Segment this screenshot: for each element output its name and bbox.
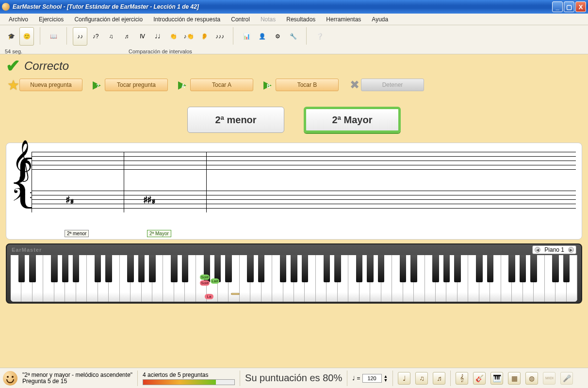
black-key[interactable]	[291, 255, 297, 282]
tool-chord-inv-icon[interactable]: ♬	[119, 27, 134, 46]
answer-a-button[interactable]: 2ª menor	[187, 107, 284, 133]
black-key[interactable]	[530, 255, 537, 282]
tool-help-icon[interactable]: ❔	[312, 27, 327, 46]
tempo-control[interactable]: ♩ = ▲▼	[352, 374, 388, 383]
tempo-stepper-icon[interactable]: ▲▼	[384, 374, 388, 382]
tool-rhythm-read-icon[interactable]: 👏	[166, 27, 180, 46]
tool-settings-icon[interactable]: ⚙	[270, 27, 285, 46]
preset-next-icon[interactable]: ▶	[568, 247, 574, 253]
black-key[interactable]	[247, 255, 253, 282]
tool-compare-intervals-icon[interactable]: ♪♪	[73, 27, 87, 46]
play-a-button[interactable]: Tocar A	[190, 79, 253, 91]
new-question-button[interactable]: Nueva pregunta	[19, 79, 82, 91]
black-key[interactable]	[29, 255, 35, 282]
black-key[interactable]	[95, 255, 101, 282]
maximize-button[interactable]: ▢	[564, 1, 574, 12]
tool-book-icon[interactable]: 📖	[46, 27, 61, 46]
staff-notes-b: ♯♯𝅗𝅗	[143, 194, 152, 206]
menu-introduccion[interactable]: Introducción de respuesta	[148, 15, 225, 24]
menu-configuracion[interactable]: Configuración del ejercicio	[69, 15, 147, 24]
black-key[interactable]	[520, 255, 526, 282]
tool-melody-dict-icon[interactable]: ♪♪♪	[212, 27, 227, 46]
tool-user-icon[interactable]: 👤	[255, 27, 269, 46]
input-mic-icon[interactable]: 🎤	[560, 372, 573, 385]
menu-archivo[interactable]: Archivo	[4, 15, 33, 24]
play-question-button[interactable]: Tocar pregunta	[105, 79, 168, 91]
black-key[interactable]	[324, 255, 330, 282]
minimize-button[interactable]: _	[552, 1, 563, 12]
menu-herramientas[interactable]: Herramientas	[321, 15, 366, 24]
menu-resultados[interactable]: Resultados	[281, 15, 320, 24]
tempo-input[interactable]	[362, 374, 382, 383]
black-key[interactable]	[171, 255, 177, 282]
black-key[interactable]	[105, 255, 112, 282]
black-key[interactable]	[443, 255, 450, 282]
tool-rhythm-dict-icon[interactable]: 👂	[197, 27, 212, 46]
black-key[interactable]	[62, 255, 68, 282]
black-key[interactable]	[378, 255, 384, 282]
tool-chord-icon[interactable]: ♫	[104, 27, 118, 46]
preset-prev-icon[interactable]: ◀	[535, 247, 540, 253]
black-key[interactable]	[127, 255, 133, 282]
black-key[interactable]	[367, 255, 373, 282]
black-key[interactable]	[280, 255, 286, 282]
input-piano-icon[interactable]: 🎹	[490, 372, 503, 385]
black-key[interactable]	[149, 255, 155, 282]
black-key[interactable]	[258, 255, 264, 282]
black-key[interactable]	[508, 255, 515, 282]
black-key[interactable]	[400, 255, 406, 282]
tool-stats-icon[interactable]: 📊	[239, 27, 254, 46]
key-marker: La#	[211, 278, 219, 284]
staff-label-b: 2ª Mayor	[147, 230, 171, 237]
black-key[interactable]	[225, 255, 231, 282]
input-midi-icon[interactable]: MIDI	[543, 372, 555, 385]
black-key[interactable]	[563, 255, 570, 282]
view-single-note-icon[interactable]: ♩	[398, 372, 410, 385]
black-key[interactable]	[356, 255, 362, 282]
status-bar: "2ª menor y mayor - melódico ascendente"…	[0, 368, 588, 388]
black-key[interactable]	[18, 255, 25, 282]
toolbar-mode-label: Comparación de intervalos	[129, 48, 192, 54]
black-key[interactable]	[334, 255, 341, 282]
input-staff-icon[interactable]: 𝄞	[456, 372, 468, 385]
input-buttons-icon[interactable]: ▦	[508, 372, 521, 385]
black-key[interactable]	[454, 255, 460, 282]
input-drum-icon[interactable]: ◍	[525, 372, 538, 385]
tempo-note-icon: ♩ =	[352, 375, 360, 382]
result-label: Correcto	[24, 59, 69, 73]
black-key[interactable]	[138, 255, 145, 282]
tool-face-icon[interactable]: 🙂	[19, 27, 34, 46]
tool-interval-id-icon[interactable]: ♪?	[88, 27, 103, 46]
black-key[interactable]	[476, 255, 482, 282]
staff-panel: { 𝄞 𝄢 ♯𝅗𝅗 ♯♯𝅗𝅗 2ª menor 2ª Mayor	[6, 143, 582, 240]
tool-tutor-icon[interactable]: 🎓	[4, 27, 18, 46]
menu-ejercicios[interactable]: Ejercicios	[34, 15, 68, 24]
menu-control[interactable]: Control	[226, 15, 255, 24]
preset-selector[interactable]: ◀ Piano 1 ▶	[532, 245, 576, 254]
black-key[interactable]	[552, 255, 558, 282]
close-button[interactable]: X	[575, 1, 586, 12]
piano-brand-label: EarMaster	[7, 244, 581, 255]
black-key[interactable]	[182, 255, 188, 282]
key-marker: Sol#	[200, 275, 210, 280]
tool-chord-prog-icon[interactable]: Ⅳ	[135, 27, 149, 46]
menu-ayuda[interactable]: Ayuda	[367, 15, 393, 24]
tool-rhythm-imit-icon[interactable]: ♪👏	[181, 27, 196, 46]
key-marker: La	[205, 294, 213, 299]
black-key[interactable]	[51, 255, 57, 282]
play-b-button[interactable]: Tocar B	[276, 79, 339, 91]
view-beamed-notes-icon[interactable]: ♫	[415, 372, 428, 385]
tool-scale-icon[interactable]: ♩♩	[150, 27, 165, 46]
input-guitar-icon[interactable]: 🎸	[473, 372, 486, 385]
black-key[interactable]	[432, 255, 439, 282]
tool-global-settings-icon[interactable]: 🔧	[286, 27, 300, 46]
black-key[interactable]	[73, 255, 79, 282]
black-key[interactable]	[487, 255, 493, 282]
black-key[interactable]	[410, 255, 417, 282]
black-key[interactable]	[302, 255, 308, 282]
progress-bar	[143, 379, 235, 385]
view-rhythm-icon[interactable]: ♬	[433, 372, 445, 385]
answer-b-button[interactable]: 2ª Mayor	[304, 107, 401, 133]
treble-clef-icon: 𝄞	[12, 140, 33, 180]
piano-keyboard[interactable]: Sol#Sol#La#La	[11, 255, 577, 302]
